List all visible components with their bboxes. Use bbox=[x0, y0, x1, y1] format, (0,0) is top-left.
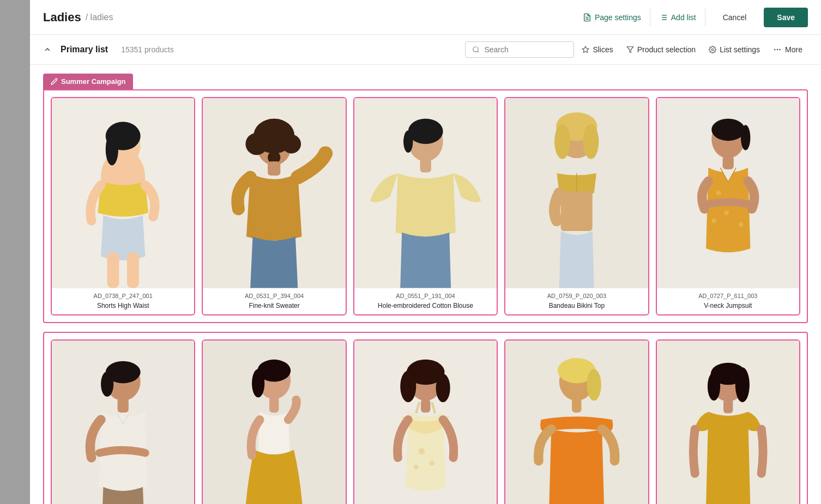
svg-line-9 bbox=[478, 51, 479, 53]
svg-point-8 bbox=[473, 47, 478, 52]
product-code: AD_0759_P_020_003 bbox=[510, 293, 643, 299]
product-code: AD_0727_P_611_003 bbox=[661, 293, 795, 299]
svg-rect-20 bbox=[107, 252, 119, 288]
product-card-info: AD_0727_P_611_003 V-neck Jumpsuit bbox=[657, 288, 799, 314]
product-card[interactable]: AD_0716_P_545_003 bbox=[353, 339, 498, 504]
svg-rect-28 bbox=[268, 161, 280, 175]
svg-point-70 bbox=[414, 465, 419, 470]
product-image bbox=[354, 341, 497, 504]
product-card[interactable]: AD_0738_P_247_001 Shorts High Waist bbox=[51, 97, 195, 315]
collapse-button[interactable] bbox=[43, 45, 52, 54]
product-card-info: AD_0738_P_247_001 Shorts High Waist bbox=[52, 288, 194, 314]
page-settings-icon bbox=[583, 13, 591, 22]
product-name: Hole-embroidered Cotton Blouse bbox=[378, 302, 473, 309]
product-card[interactable]: AD_0551_P_191_004 Hole-embroidered Cotto… bbox=[353, 97, 498, 315]
product-selection-icon bbox=[626, 46, 634, 53]
search-input[interactable] bbox=[484, 45, 566, 54]
model-illustration-4 bbox=[505, 98, 648, 288]
search-icon bbox=[472, 46, 480, 53]
svg-point-69 bbox=[430, 460, 434, 465]
save-button[interactable]: Save bbox=[764, 8, 808, 27]
svg-point-47 bbox=[724, 210, 729, 215]
search-box[interactable] bbox=[465, 41, 574, 58]
svg-point-14 bbox=[779, 49, 781, 51]
page-settings-button[interactable]: Page settings bbox=[583, 13, 641, 22]
svg-point-26 bbox=[282, 135, 301, 154]
campaign-section-2: AD_0517_P_273_003 bbox=[43, 332, 808, 504]
slices-button[interactable]: Slices bbox=[576, 42, 618, 57]
model-illustration-6 bbox=[52, 341, 194, 504]
svg-point-49 bbox=[738, 222, 743, 227]
svg-point-32 bbox=[403, 131, 413, 153]
svg-point-31 bbox=[408, 119, 443, 144]
product-image bbox=[354, 98, 497, 288]
list-settings-label: List settings bbox=[720, 45, 760, 54]
list-settings-button[interactable]: List settings bbox=[703, 42, 765, 57]
svg-point-81 bbox=[708, 372, 720, 400]
product-card[interactable]: AD_0517_P_273_003 bbox=[51, 339, 195, 504]
product-name: Bandeau Bikini Top bbox=[549, 302, 605, 309]
model-illustration-10 bbox=[657, 341, 799, 504]
svg-point-54 bbox=[101, 371, 113, 396]
product-card-info: AD_0531_P_394_004 Fine-knit Sweater bbox=[203, 288, 345, 314]
product-card[interactable]: AD_0727_P_611_003 V-neck Jumpsuit bbox=[656, 97, 800, 315]
svg-point-12 bbox=[774, 49, 776, 51]
cancel-button[interactable]: Cancel bbox=[714, 9, 756, 26]
svg-rect-33 bbox=[420, 158, 431, 172]
product-name: V-neck Jumpsuit bbox=[704, 302, 752, 309]
model-illustration-5 bbox=[657, 98, 799, 288]
svg-point-37 bbox=[554, 124, 570, 159]
product-selection-button[interactable]: Product selection bbox=[621, 42, 701, 57]
page-settings-label: Page settings bbox=[595, 13, 641, 22]
svg-point-44 bbox=[741, 125, 750, 150]
product-card-info: AD_0759_P_020_003 Bandeau Bikini Top bbox=[505, 288, 648, 314]
model-illustration-7 bbox=[203, 341, 345, 504]
svg-point-19 bbox=[106, 133, 118, 165]
product-name: Shorts High Waist bbox=[97, 302, 149, 309]
product-code: AD_0738_P_247_001 bbox=[56, 293, 190, 299]
product-card-info: AD_0551_P_191_004 Hole-embroidered Cotto… bbox=[354, 288, 497, 314]
page-title: Ladies bbox=[43, 10, 81, 25]
product-card[interactable]: AD_0531_P_394_004 Fine-knit Sweater bbox=[202, 97, 346, 315]
campaign-tag[interactable]: Summer Campaign bbox=[43, 74, 133, 89]
product-grid-row2: AD_0517_P_273_003 bbox=[51, 339, 800, 504]
primary-list-label: Primary list bbox=[61, 45, 108, 54]
more-icon bbox=[773, 45, 782, 54]
svg-rect-82 bbox=[723, 399, 733, 413]
product-card[interactable]: AD_0240_P_670_023 bbox=[656, 339, 800, 504]
header-divider-2 bbox=[705, 9, 705, 26]
content-area: Summer Campaign bbox=[30, 65, 821, 504]
svg-rect-60 bbox=[269, 397, 279, 412]
product-grid-row1: AD_0738_P_247_001 Shorts High Waist bbox=[51, 97, 800, 315]
product-image bbox=[657, 341, 799, 504]
product-image bbox=[505, 341, 648, 504]
more-button[interactable]: More bbox=[768, 42, 808, 57]
product-selection-label: Product selection bbox=[637, 45, 696, 54]
product-card[interactable]: AD_0535_P_662_002 bbox=[504, 339, 649, 504]
product-code: AD_0531_P_394_004 bbox=[207, 293, 341, 299]
slices-icon bbox=[582, 46, 589, 53]
product-card[interactable]: AD_0759_P_020_003 Bandeau Bikini Top bbox=[504, 97, 649, 315]
product-image bbox=[52, 341, 194, 504]
svg-rect-40 bbox=[561, 191, 593, 231]
svg-point-43 bbox=[711, 119, 745, 141]
pencil-icon bbox=[51, 78, 58, 85]
add-list-label: Add list bbox=[671, 13, 696, 22]
slices-label: Slices bbox=[593, 45, 613, 54]
product-code: AD_0551_P_191_004 bbox=[359, 293, 492, 299]
product-card[interactable]: AD_0792_P_480_001 bbox=[202, 339, 346, 504]
header-divider-1 bbox=[650, 9, 650, 26]
campaign-tag-label: Summer Campaign bbox=[61, 77, 125, 86]
svg-point-11 bbox=[711, 48, 714, 51]
products-count: 15351 products bbox=[121, 45, 174, 54]
product-image bbox=[203, 341, 345, 504]
add-list-button[interactable]: Add list bbox=[659, 13, 696, 22]
svg-point-38 bbox=[583, 124, 599, 159]
svg-marker-10 bbox=[627, 47, 633, 53]
product-image bbox=[505, 98, 648, 288]
svg-point-45 bbox=[716, 191, 721, 196]
list-settings-icon bbox=[709, 46, 716, 53]
svg-point-59 bbox=[252, 369, 264, 397]
svg-rect-55 bbox=[118, 398, 129, 412]
breadcrumb: / ladies bbox=[86, 13, 113, 22]
